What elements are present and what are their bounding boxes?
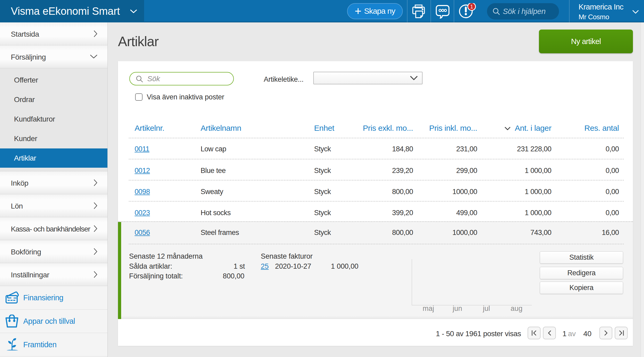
svg-text:∞: ∞ [13,296,16,300]
svg-text:1: 1 [470,4,473,9]
